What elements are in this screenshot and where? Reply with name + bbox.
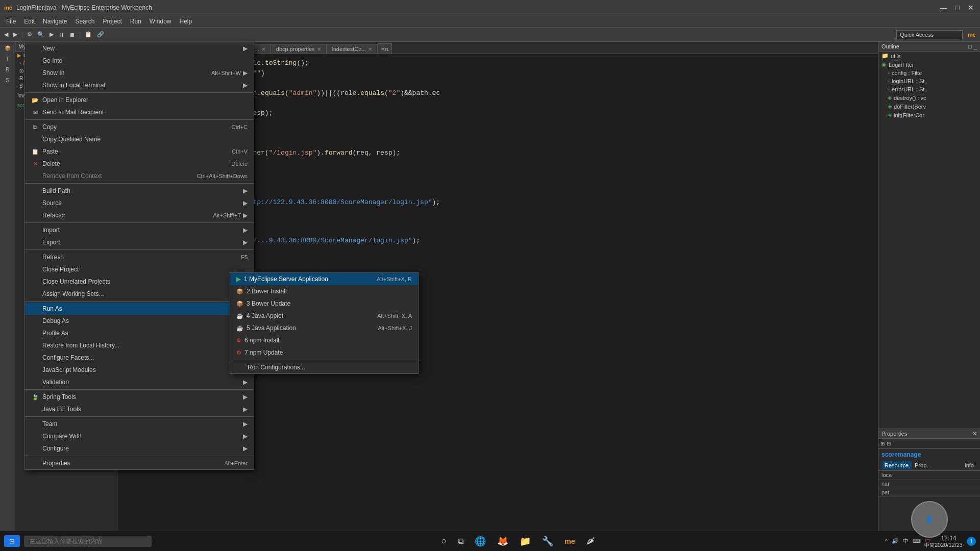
outline-destroy[interactable]: ◈ destroy() : vc bbox=[878, 93, 980, 102]
cm-configurefacets[interactable]: Configure Facets... ▶ bbox=[25, 352, 254, 364]
menu-file[interactable]: File bbox=[2, 17, 20, 26]
outline-config[interactable]: ◦ config : Filte bbox=[878, 69, 980, 77]
cm-buildpath[interactable]: Build Path ▶ bbox=[25, 185, 254, 197]
taskbar-icon-pepper[interactable]: 🌶 bbox=[582, 534, 599, 548]
cm-runas[interactable]: Run As ▶ bbox=[25, 303, 254, 315]
toolbar-icon-3[interactable]: ⚙ bbox=[25, 30, 34, 39]
menu-navigate[interactable]: Navigate bbox=[39, 17, 71, 26]
toolbar-icon-5[interactable]: ▶ bbox=[47, 30, 56, 39]
props-close[interactable]: ✕ bbox=[972, 431, 977, 437]
quick-access-input[interactable]: Quick Access bbox=[896, 30, 963, 39]
taskbar-icon-explorer[interactable]: 📁 bbox=[516, 534, 535, 549]
sidebar-icon-s[interactable]: S bbox=[4, 76, 11, 85]
menu-help[interactable]: Help bbox=[176, 17, 197, 26]
minimize-button[interactable]: — bbox=[938, 4, 949, 12]
cm-export[interactable]: Export ▶ bbox=[25, 236, 254, 248]
cm-source[interactable]: Source ▶ bbox=[25, 197, 254, 209]
cm-removefromctx[interactable]: Remove from Context Ctrl+Alt+Shift+Down bbox=[25, 170, 254, 182]
submenu-item-npminstall[interactable]: ⚙ 6 npm Install bbox=[230, 334, 418, 346]
cm-sendmail[interactable]: ✉Send to Mail Recipient bbox=[25, 106, 254, 118]
taskbar-icon-search[interactable]: ○ bbox=[437, 534, 451, 548]
tab-dbcp[interactable]: dbcp.properties✕ bbox=[271, 44, 327, 54]
props-tab-resource[interactable]: Resource bbox=[881, 461, 912, 469]
cm-restorefromhistory[interactable]: Restore from Local History... bbox=[25, 339, 254, 352]
menu-project[interactable]: Project bbox=[99, 17, 126, 26]
tab-close-indextest[interactable]: ✕ bbox=[368, 46, 372, 52]
cm-showin[interactable]: Show In Alt+Shift+W▶ bbox=[25, 67, 254, 79]
cm-configure[interactable]: Configure ▶ bbox=[25, 442, 254, 455]
cm-closeproject[interactable]: Close Project bbox=[25, 263, 254, 276]
tab-overflow[interactable]: »₃₁ bbox=[378, 43, 391, 54]
cm-new[interactable]: New ▶ bbox=[25, 42, 254, 55]
cm-team[interactable]: Team ▶ bbox=[25, 418, 254, 430]
menu-run[interactable]: Run bbox=[126, 17, 145, 26]
cm-properties[interactable]: Properties Alt+Enter bbox=[25, 457, 254, 469]
cm-jsmodules[interactable]: JavaScript Modules ▶ bbox=[25, 364, 254, 376]
toolbar-icon-2[interactable]: ▶ bbox=[11, 30, 19, 39]
toolbar-icon-9[interactable]: 🔗 bbox=[95, 30, 106, 39]
cm-copyqualified[interactable]: Copy Qualified Name bbox=[25, 133, 254, 145]
outline-maximize[interactable]: □ bbox=[968, 43, 972, 49]
sidebar-icon-package[interactable]: 📦 bbox=[3, 44, 12, 53]
submenu-item-bowerinstall[interactable]: 📦 2 Bower Install bbox=[230, 285, 418, 297]
main-layout: 📦 T R S MyEclipse Explorer ▶ my ◦ MyE...… bbox=[0, 42, 980, 531]
cm-openexplorer[interactable]: 📂Open in Explorer bbox=[25, 94, 254, 106]
menu-window[interactable]: Window bbox=[145, 17, 176, 26]
cm-comparewith[interactable]: Compare With ▶ bbox=[25, 430, 254, 442]
outline-loginfilter[interactable]: ◉ LoginFIter bbox=[878, 60, 980, 69]
toolbar-icon-1[interactable]: ◀ bbox=[2, 30, 10, 39]
cm-gointo[interactable]: Go Into bbox=[25, 55, 254, 67]
props-tab-info[interactable]: Info bbox=[962, 461, 977, 469]
menu-search[interactable]: Search bbox=[71, 17, 99, 26]
cm-javaeetools[interactable]: Java EE Tools ▶ bbox=[25, 403, 254, 415]
toolbar-icon-7[interactable]: ⏹ bbox=[67, 31, 77, 39]
taskbar-icon-tools[interactable]: 🔧 bbox=[538, 534, 557, 549]
outline-utils[interactable]: 📁 utils bbox=[878, 52, 980, 60]
sidebar-icon-type[interactable]: T bbox=[4, 55, 10, 63]
taskbar-search[interactable] bbox=[24, 536, 152, 547]
submenu-item-javaapplet[interactable]: ☕ 4 Java Applet Alt+Shift+X, A bbox=[230, 310, 418, 322]
cm-paste[interactable]: 📋Paste Ctrl+V bbox=[25, 145, 254, 158]
toolbar-icon-4[interactable]: 🔍 bbox=[35, 30, 46, 39]
close-button[interactable]: ✕ bbox=[966, 4, 976, 12]
outline-minimize[interactable]: _ bbox=[974, 43, 977, 49]
toolbar-icon-8[interactable]: 📋 bbox=[83, 30, 94, 39]
taskbar-icon-firefox[interactable]: 🦊 bbox=[493, 534, 512, 549]
toolbar-icon-6[interactable]: ⏸ bbox=[57, 31, 66, 39]
cm-springtools[interactable]: 🍃Spring Tools ▶ bbox=[25, 391, 254, 403]
tab-indextest[interactable]: IndextestCo...✕ bbox=[327, 44, 378, 54]
cm-validation[interactable]: Validation ▶ bbox=[25, 376, 254, 388]
submenu-item-javaapp[interactable]: ☕ 5 Java Application Alt+Shift+X, J bbox=[230, 322, 418, 334]
outline-errorurl[interactable]: ◦ errorURL : St bbox=[878, 85, 980, 93]
outline-init[interactable]: ◈ init(FilterCor bbox=[878, 111, 980, 119]
toolbar-perspective-1[interactable]: me bbox=[966, 31, 978, 39]
outline-loginurl[interactable]: ◦ loginURL : St bbox=[878, 77, 980, 85]
props-icon-1[interactable]: ⊞ bbox=[880, 441, 885, 446]
taskbar-icon-edge[interactable]: 🌐 bbox=[471, 534, 490, 549]
cm-delete[interactable]: ✕Delete Delete bbox=[25, 158, 254, 170]
tab-close-dbcp[interactable]: ✕ bbox=[317, 46, 321, 52]
sidebar-icon-r[interactable]: R bbox=[4, 65, 11, 74]
tab-close-stringutils[interactable]: ✕ bbox=[261, 46, 265, 52]
outline-dofilter[interactable]: ◈ doFilter(Serv bbox=[878, 102, 980, 111]
taskbar-icon-task[interactable]: ⧉ bbox=[454, 535, 468, 548]
cm-assignworkingsets[interactable]: Assign Working Sets... bbox=[25, 288, 254, 300]
cm-refresh[interactable]: Refresh F5 bbox=[25, 251, 254, 263]
props-tab-prop[interactable]: Prop... bbox=[912, 461, 934, 469]
menu-edit[interactable]: Edit bbox=[20, 17, 39, 26]
cm-profileas[interactable]: Profile As ▶ bbox=[25, 327, 254, 339]
cm-showlocal[interactable]: Show in Local Terminal ▶ bbox=[25, 79, 254, 91]
start-button[interactable]: ⊞ bbox=[4, 535, 20, 547]
cm-copy[interactable]: ⧉Copy Ctrl+C bbox=[25, 121, 254, 133]
maximize-button[interactable]: □ bbox=[953, 4, 962, 12]
props-icon-2[interactable]: ⊟ bbox=[887, 441, 891, 446]
cm-closeunrelated[interactable]: Close Unrelated Projects bbox=[25, 276, 254, 288]
submenu-item-bowerupdate[interactable]: 📦 3 Bower Update bbox=[230, 297, 418, 310]
cm-refactor[interactable]: Refactor Alt+Shift+T▶ bbox=[25, 209, 254, 221]
taskbar-icon-me[interactable]: me bbox=[560, 535, 579, 547]
cm-debugas[interactable]: Debug As ▶ bbox=[25, 315, 254, 327]
submenu-item-runconfigs[interactable]: Run Configurations... bbox=[230, 361, 418, 373]
submenu-item-myeclipse[interactable]: ▶ 1 MyEclipse Server Application Alt+Shi… bbox=[230, 273, 418, 285]
submenu-item-npmupdate[interactable]: ⚙ 7 npm Update bbox=[230, 346, 418, 359]
cm-import[interactable]: Import ▶ bbox=[25, 224, 254, 236]
